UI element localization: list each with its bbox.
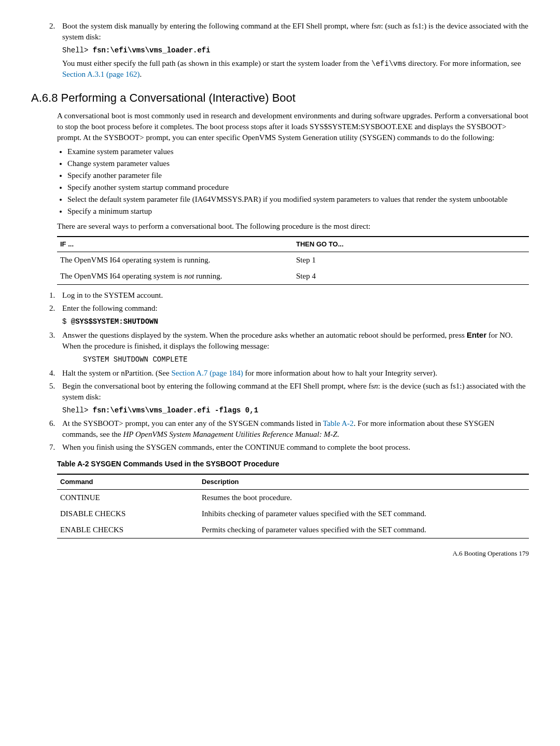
ifthen-r2c2: Step 4 [293,268,529,285]
sysgen-h2: Description [199,474,529,490]
cmd-continue: CONTINUE [57,489,199,506]
sysgen-h1: Command [57,474,199,490]
step-7: When you finish using the SYSGEN command… [57,442,529,453]
step2-para2: You must either specify the full path (a… [62,58,529,80]
bullet-item: Examine system parameter values [67,146,529,157]
sysgen-table: Command Description CONTINUE Resumes the… [57,474,529,538]
cmd-disable: DISABLE CHECKS [57,506,199,522]
section-heading: A.6.8 Performing a Conversational (Inter… [31,90,529,106]
ifthen-r2c1: The OpenVMS I64 operating system is not … [57,268,293,285]
dollar-prompt: $ [62,317,71,326]
if-then-table: IF ... THEN GO TO... The OpenVMS I64 ope… [57,236,529,285]
s6-ital: HP OpenVMS System Management Utilities R… [123,430,337,438]
table-row: The OpenVMS I64 operating system is not … [57,268,529,285]
s4-a: Halt the system or nPartition. (See [62,369,171,377]
desc-continue: Resumes the boot procedure. [199,489,529,506]
bullet-item: Specify another parameter file [67,170,529,181]
step2-text2a: You must either specify the full path (a… [62,59,371,67]
ifthen-r1c2: Step 1 [293,252,529,269]
step-3: Answer the questions displayed by the sy… [57,329,529,365]
shell-command: fsn:\efi\vms\vms_loader.efi [93,46,211,54]
table-caption: Table A-2 SYSGEN Commands Used in the SY… [57,459,529,469]
s4-b: for more information about how to halt y… [243,369,437,377]
bullet-list: Examine system parameter values Change s… [31,146,529,217]
ifthen-r1c1: The OpenVMS I64 operating system is runn… [57,252,293,269]
s4-link[interactable]: Section A.7 (page 184) [171,369,243,377]
table-row: CONTINUE Resumes the boot procedure. [57,489,529,506]
table-row: DISABLE CHECKS Inhibits checking of para… [57,506,529,522]
shell-cmd-5: fsn:\efi\vms\vms_loader.efi -flags 0,1 [93,406,258,415]
enter-key: Enter [467,330,486,339]
step-4: Halt the system or nPartition. (See Sect… [57,368,529,379]
s6-link[interactable]: Table A-2 [323,419,354,427]
shutdown-cmd: @SYS$SYSTEM:SHUTDOWN [71,317,158,326]
procedure-steps: Log in to the SYSTEM account. Enter the … [31,290,529,453]
s5-a: Begin the conversational boot by enterin… [62,382,374,390]
bullet-item: Specify another system startup command p… [67,182,529,193]
ifthen-h2: THEN GO TO... [293,237,529,252]
desc-enable: Permits checking of parameter values spe… [199,522,529,538]
step2-shell: Shell> fsn:\efi\vms\vms_loader.efi [62,45,529,56]
step2b-text: Enter the following command: [62,304,158,312]
page-footer: A.6 Booting Operations 179 [31,549,529,558]
shutdown-message: SYSTEM SHUTDOWN COMPLETE [83,355,529,365]
step-2b: Enter the following command: $ @SYS$SYST… [57,303,529,327]
r2c1-b: running. [194,272,222,280]
step-2: Boot the system disk manually by enterin… [57,21,529,80]
s3-a: Answer the questions displayed by the sy… [62,331,467,339]
s6-a: At the SYSBOOT> prompt, you can enter an… [62,419,323,427]
ifthen-h1: IF ... [57,237,293,252]
step2-link[interactable]: Section A.3.1 (page 162) [62,70,140,78]
desc-disable: Inhibits checking of parameter values sp… [199,506,529,522]
step2-text2c: . [140,70,142,78]
s6-c: . [337,430,339,438]
shell-prompt-5: Shell> [62,406,93,415]
shell-prompt: Shell> [62,46,93,54]
bullet-item: Specify a minimum startup [67,206,529,217]
step5-shell: Shell> fsn:\efi\vms\vms_loader.efi -flag… [62,405,529,416]
step2-text1: Boot the system disk manually by enterin… [62,22,377,30]
table-row: The OpenVMS I64 operating system is runn… [57,252,529,269]
step2-code: \efi\vms [371,60,406,68]
table-row: ENABLE CHECKS Permits checking of parame… [57,522,529,538]
ways-para: There are several ways to perform a conv… [57,221,529,232]
cmd-enable: ENABLE CHECKS [57,522,199,538]
conversational-intro: A conversational boot is most commonly u… [57,110,529,143]
step-1: Log in to the SYSTEM account. [57,290,529,301]
bullet-item: Select the default system parameter file… [67,194,529,205]
step2b-cmd: $ @SYS$SYSTEM:SHUTDOWN [62,316,529,327]
step-6: At the SYSBOOT> prompt, you can enter an… [57,418,529,440]
r2c1-not: not [184,272,194,280]
bullet-item: Change system parameter values [67,158,529,169]
step-5: Begin the conversational boot by enterin… [57,381,529,416]
s5-n: n [374,382,379,390]
r2c1-a: The OpenVMS I64 operating system is [60,272,184,280]
step2-text2b: directory. For more information, see [407,59,521,67]
